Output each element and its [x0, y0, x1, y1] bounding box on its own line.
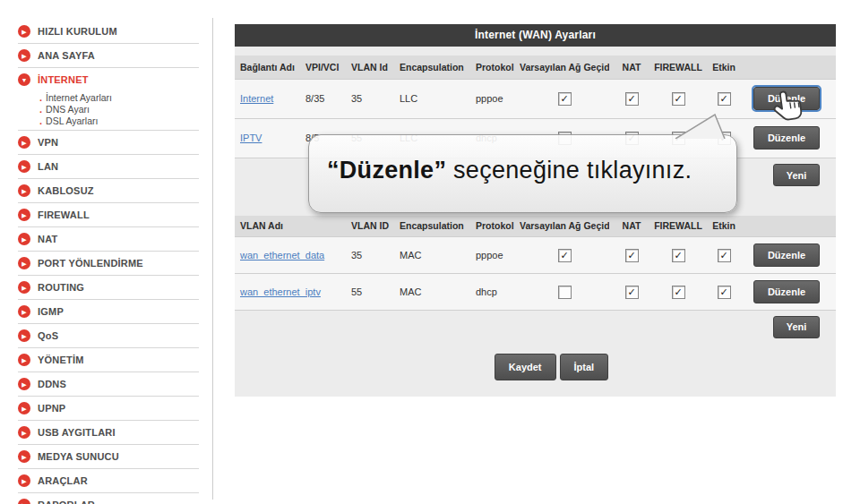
column-header-etkin: Etkin — [702, 216, 745, 237]
sidebar-subitem-dsl-ayarlari[interactable]: .DSL Ayarları — [18, 115, 199, 126]
sidebar-item-qos[interactable]: ▶QoS — [18, 324, 199, 348]
cell-actions: Düzenle — [745, 274, 836, 311]
cell-name: Internet — [235, 79, 300, 118]
sidebar-item-routing[interactable]: ▶ROUTING — [18, 276, 199, 300]
chevron-right-icon: ▶ — [18, 426, 30, 439]
sidebar-item-araclar[interactable]: ▶ARAÇLAR — [18, 469, 199, 493]
sidebar-item-label: UPNP — [38, 403, 65, 414]
firewall-checkbox[interactable]: ✓ — [672, 92, 685, 106]
column-header-nat: NAT — [609, 56, 654, 79]
column-header-firewall: FIREWALL — [654, 216, 702, 237]
cell-etkin: ✓ — [702, 79, 745, 118]
sidebar-item-lan[interactable]: ▶LAN — [18, 155, 199, 179]
sidebar-item-label: HIZLI KURULUM — [38, 26, 117, 37]
sidebar-item-yoneti-m[interactable]: ▶YÖNETİM — [18, 348, 199, 372]
connection-link[interactable]: IPTV — [240, 132, 262, 143]
sidebar-item-raporlar[interactable]: ▶RAPORLAR — [18, 493, 199, 504]
save-button[interactable]: Kaydet — [495, 354, 556, 380]
sidebar-item-label: USB AYGITLARI — [38, 427, 116, 438]
sidebar-item-firewall[interactable]: ▶FIREWALL — [18, 203, 199, 227]
sidebar-item-medya-sunucu[interactable]: ▶MEDYA SUNUCU — [18, 445, 199, 469]
edit-button[interactable]: Düzenle — [753, 126, 820, 149]
cell-firewall: ✓ — [654, 79, 702, 118]
connection-link[interactable]: Internet — [240, 93, 273, 104]
sidebar-item-i-nternet[interactable]: ▼İNTERNET — [18, 68, 199, 91]
nat-checkbox[interactable]: ✓ — [625, 92, 639, 106]
nat-checkbox[interactable]: ✓ — [625, 286, 639, 299]
cell-actions: Düzenle — [745, 118, 836, 158]
sidebar-item-usb-aygitlari[interactable]: ▶USB AYGITLARI — [18, 421, 199, 445]
sidebar-item-label: KABLOSUZ — [38, 185, 94, 196]
new-button[interactable]: Yeni — [773, 164, 820, 186]
chevron-right-icon: ▶ — [18, 136, 30, 149]
chevron-right-icon: ▶ — [18, 160, 30, 173]
cell-actions: Düzenle — [745, 237, 836, 274]
etkin-checkbox[interactable]: ✓ — [718, 92, 731, 106]
tooltip-text-quoted: “Düzenle” — [327, 157, 446, 184]
cancel-button[interactable]: İptal — [560, 354, 609, 380]
edit-button[interactable]: Düzenle — [753, 87, 820, 110]
chevron-right-icon: ▶ — [18, 25, 30, 38]
cell-vlan_id: 55 — [346, 274, 394, 311]
sidebar-item-label: ARAÇLAR — [38, 475, 88, 486]
form-actions: Kaydet İptal — [251, 354, 843, 380]
sidebar-item-nat[interactable]: ▶NAT — [18, 227, 199, 252]
sidebar-item-label: MEDYA SUNUCU — [38, 451, 119, 462]
cell-name: IPTV — [235, 118, 300, 158]
new-button[interactable]: Yeni — [773, 316, 820, 338]
sidebar-item-label: ROUTING — [38, 282, 84, 293]
cell-firewall: ✓ — [654, 237, 702, 274]
sidebar-item-ana-sayfa[interactable]: ▶ANA SAYFA — [18, 44, 199, 68]
sidebar-item-label: ANA SAYFA — [38, 50, 95, 61]
chevron-right-icon: ▶ — [18, 49, 30, 62]
cell-nat: ✓ — [609, 274, 654, 311]
sidebar: ▶HIZLI KURULUM▶ANA SAYFA▼İNTERNET.İntern… — [18, 20, 199, 504]
firewall-checkbox[interactable]: ✓ — [672, 286, 685, 299]
chevron-right-icon: ▶ — [18, 281, 30, 294]
sidebar-item-port-yonlendi-rme[interactable]: ▶PORT YÖNLENDİRME — [18, 252, 199, 276]
sidebar-subitem-dns-ayari[interactable]: .DNS Ayarı — [18, 103, 199, 115]
tooltip-tail-icon — [674, 114, 731, 139]
cell-encapsulation: MAC — [394, 274, 470, 311]
edit-button[interactable]: Düzenle — [753, 280, 820, 303]
sidebar-item-label: IGMP — [38, 306, 64, 317]
router-admin-page: ▶HIZLI KURULUM▶ANA SAYFA▼İNTERNET.İntern… — [0, 0, 843, 504]
column-header-vpi-vci: VPI/VCI — [300, 56, 346, 79]
column-header-vlan-id: VLAN Id — [346, 56, 394, 79]
sidebar-subitem-label: İnternet Ayarları — [46, 92, 112, 103]
cell-encapsulation: LLC — [394, 79, 470, 118]
sidebar-item-kablosuz[interactable]: ▶KABLOSUZ — [18, 179, 199, 203]
cell-gateway: ✓ — [520, 274, 609, 311]
cell-gateway: ✓ — [520, 79, 609, 118]
etkin-checkbox[interactable]: ✓ — [718, 249, 731, 262]
gateway-checkbox[interactable]: ✓ — [558, 92, 572, 106]
sidebar-item-ddns[interactable]: ▶DDNS — [18, 372, 199, 397]
cell-nat: ✓ — [609, 79, 654, 118]
cell-etkin: ✓ — [702, 274, 745, 311]
chevron-right-icon: ▶ — [18, 184, 30, 197]
sidebar-item-vpn[interactable]: ▶VPN — [18, 131, 199, 155]
sidebar-item-upnp[interactable]: ▶UPNP — [18, 397, 199, 421]
cell-protokol: dhcp — [470, 274, 520, 311]
connection-link[interactable]: wan_ethernet_iptv — [240, 286, 321, 297]
firewall-checkbox[interactable]: ✓ — [672, 249, 685, 262]
sidebar-item-label: VPN — [38, 137, 58, 148]
chevron-down-icon: ▼ — [18, 73, 30, 86]
chevron-right-icon: ▶ — [18, 354, 30, 366]
sidebar-item-label: DDNS — [38, 379, 66, 389]
edit-button[interactable]: Düzenle — [753, 243, 820, 267]
sidebar-subitem-i-nternet-ayarlari[interactable]: .İnternet Ayarları — [18, 91, 199, 103]
etkin-checkbox[interactable]: ✓ — [718, 286, 731, 299]
column-header-firewall: FIREWALL — [654, 56, 702, 79]
gateway-checkbox[interactable]: ✓ — [558, 249, 572, 262]
gateway-checkbox[interactable]: ✓ — [558, 286, 572, 299]
vlan-table: VLAN AdıVLAN IDEncapsulationProtokolVars… — [235, 216, 836, 312]
sidebar-item-igmp[interactable]: ▶IGMP — [18, 300, 199, 324]
chevron-right-icon: ▶ — [18, 257, 30, 269]
sidebar-item-label: FIREWALL — [38, 209, 90, 220]
connection-link[interactable]: wan_ethernet_data — [240, 250, 324, 261]
table-row: wan_ethernet_data35MACpppoe✓✓✓✓Düzenle — [235, 237, 836, 274]
sidebar-item-hizli-kurulum[interactable]: ▶HIZLI KURULUM — [18, 20, 199, 44]
table-row: Internet8/3535LLCpppoe✓✓✓✓Düzenle — [235, 79, 836, 118]
nat-checkbox[interactable]: ✓ — [625, 249, 639, 262]
